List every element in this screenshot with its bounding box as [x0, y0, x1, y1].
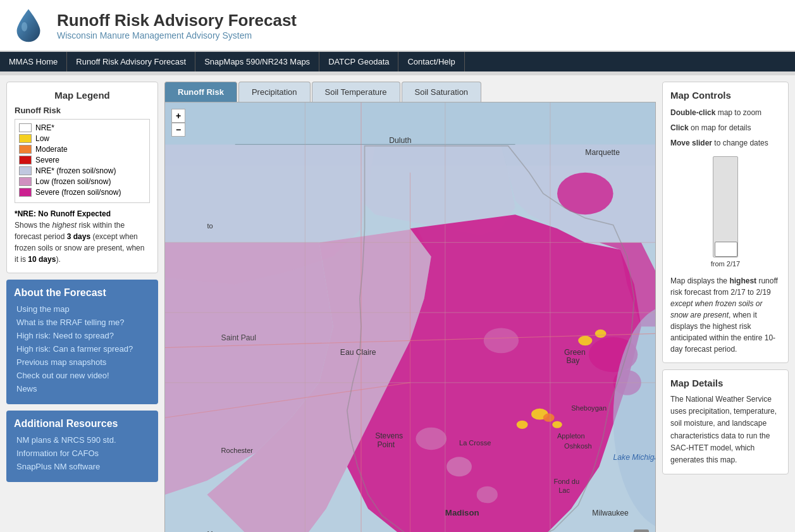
- nav-datcp[interactable]: DATCP Geodata: [319, 52, 398, 71]
- resources-box: Additional Resources NM plans & NRCS 590…: [6, 411, 158, 482]
- legend-color-severe-frozen: [19, 188, 32, 197]
- center-area: Runoff Risk Precipitation Soil Temperatu…: [164, 82, 656, 532]
- svg-point-18: [595, 330, 607, 338]
- tab-precipitation[interactable]: Precipitation: [238, 82, 311, 102]
- zoom-in-button[interactable]: +: [171, 109, 185, 123]
- map-details-text: The National Weather Service uses precip…: [670, 393, 780, 466]
- svg-text:Rochester: Rochester: [221, 447, 254, 454]
- left-sidebar: Map Legend Runoff Risk NRE* Low Moderate: [6, 82, 158, 532]
- svg-point-21: [447, 457, 472, 476]
- legend-color-low-frozen: [19, 177, 32, 186]
- legend-label-nre: NRE*: [35, 123, 54, 132]
- about-link-snapshots[interactable]: Previous map snapshots: [14, 357, 151, 368]
- svg-point-22: [416, 428, 447, 450]
- svg-point-23: [477, 486, 498, 504]
- nav-runoff-risk[interactable]: Runoff Risk Advisory Forecast: [67, 52, 195, 71]
- nav-snapmaps[interactable]: SnapMaps 590/NR243 Maps: [195, 52, 319, 71]
- map-tabs: Runoff Risk Precipitation Soil Temperatu…: [164, 82, 656, 102]
- map-wrapper[interactable]: + −: [164, 102, 656, 532]
- map-svg: Duluth Marquette Saint Paul Eau Claire S…: [165, 102, 655, 532]
- page-subtitle: Wisconsin Manure Management Advisory Sys…: [57, 30, 297, 40]
- click-action: Click: [670, 123, 689, 132]
- map-info-button[interactable]: i: [634, 529, 649, 532]
- legend-item-nre: NRE*: [19, 123, 145, 132]
- svg-point-19: [543, 414, 555, 422]
- about-link-high-risk-spread[interactable]: High risk: Need to spread?: [14, 330, 151, 341]
- resources-title: Additional Resources: [14, 418, 151, 430]
- legend-color-nre-frozen: [19, 166, 32, 175]
- legend-item-severe-frozen: Severe (frozen soil/snow): [19, 188, 145, 197]
- svg-text:Madison: Madison: [445, 508, 479, 517]
- nre-em: highest: [52, 221, 77, 230]
- map-details-box: Map Details The National Weather Service…: [662, 369, 789, 474]
- nre-note: *NRE: No Runoff Expected Shows the highe…: [15, 208, 150, 265]
- about-link-using-map[interactable]: Using the map: [14, 304, 151, 314]
- date-highest: highest: [729, 276, 756, 285]
- right-sidebar: Map Controls Double-click map to zoom Cl…: [662, 82, 789, 532]
- about-link-farmer-spread[interactable]: High risk: Can a farmer spread?: [14, 343, 151, 354]
- map-controls-title: Map Controls: [670, 90, 780, 101]
- map-controls-box: Map Controls Double-click map to zoom Cl…: [662, 82, 789, 363]
- legend-color-moderate: [19, 145, 32, 154]
- nav-mmas-home[interactable]: MMAS Home: [0, 52, 67, 71]
- svg-text:Fond du: Fond du: [553, 478, 579, 485]
- svg-text:Duluth: Duluth: [389, 136, 411, 145]
- svg-point-24: [484, 328, 519, 353]
- legend-item-moderate: Moderate: [19, 145, 145, 154]
- map-control-slider: Move slider to change dates: [670, 137, 780, 149]
- legend-items: NRE* Low Moderate Severe NRE* (frozen so…: [15, 119, 150, 203]
- svg-text:Appleton: Appleton: [557, 432, 585, 440]
- logo-icon: [13, 6, 44, 44]
- svg-text:to: to: [207, 222, 213, 230]
- svg-point-16: [552, 421, 562, 428]
- legend-label-low-frozen: Low (frozen soil/snow): [35, 177, 111, 186]
- map-control-click: Click on map for details: [670, 122, 780, 133]
- map-details-title: Map Details: [670, 378, 780, 388]
- svg-text:Bay: Bay: [566, 356, 580, 365]
- tab-soil-temperature[interactable]: Soil Temperature: [312, 82, 400, 102]
- svg-text:Saint Paul: Saint Paul: [221, 333, 256, 342]
- page-header: Runoff Risk Advisory Forecast Wisconsin …: [0, 0, 795, 52]
- resource-link-nm[interactable]: NM plans & NRCS 590 std.: [14, 435, 151, 445]
- nav-contact[interactable]: Contact/Help: [398, 52, 464, 71]
- date-except: except when frozen soils or snow are pre…: [670, 299, 762, 319]
- slider-track[interactable]: [713, 156, 738, 257]
- map-legend-box: Map Legend Runoff Risk NRE* Low Moderate: [6, 82, 158, 273]
- about-box: About the Forecast Using the map What is…: [6, 280, 158, 404]
- slider-thumb[interactable]: [715, 242, 737, 257]
- legend-item-severe: Severe: [19, 156, 145, 164]
- about-title: About the Forecast: [14, 287, 151, 299]
- legend-color-low: [19, 134, 32, 143]
- map-zoom-controls: + −: [171, 109, 185, 137]
- legend-item-low-frozen: Low (frozen soil/snow): [19, 177, 145, 186]
- about-link-news[interactable]: News: [14, 383, 151, 394]
- legend-item-low: Low: [19, 134, 145, 143]
- legend-label-moderate: Moderate: [35, 145, 68, 154]
- slider-label: from 2/17: [711, 260, 740, 268]
- navbar: MMAS Home Runoff Risk Advisory Forecast …: [0, 52, 795, 71]
- legend-section-title: Runoff Risk: [15, 106, 150, 115]
- about-link-rraf[interactable]: What is the RRAF telling me?: [14, 317, 151, 328]
- svg-text:Point: Point: [377, 440, 395, 449]
- svg-text:Milwaukee: Milwaukee: [592, 509, 629, 517]
- about-link-video[interactable]: Check out our new video!: [14, 370, 151, 381]
- legend-label-low: Low: [35, 134, 49, 143]
- svg-text:Green: Green: [564, 348, 586, 357]
- nre-10days: 10 days: [28, 255, 56, 264]
- legend-label-nre-frozen: NRE* (frozen soil/snow): [35, 166, 116, 175]
- header-title-block: Runoff Risk Advisory Forecast Wisconsin …: [57, 11, 297, 40]
- svg-text:Sheboygan: Sheboygan: [571, 404, 607, 412]
- resource-link-snapplus[interactable]: SnapPlus NM software: [14, 461, 151, 472]
- zoom-out-button[interactable]: −: [171, 123, 185, 137]
- svg-text:Lac: Lac: [558, 486, 570, 494]
- tab-soil-saturation[interactable]: Soil Saturation: [402, 82, 482, 102]
- map-control-zoom: Double-click map to zoom: [670, 107, 780, 118]
- date-display: Map displays the highest runoff risk for…: [670, 275, 780, 355]
- slider-action: Move slider: [670, 139, 712, 147]
- tab-runoff-risk[interactable]: Runoff Risk: [164, 82, 237, 102]
- zoom-action: Double-click: [670, 108, 715, 117]
- resource-link-cafo[interactable]: Information for CAFOs: [14, 448, 151, 459]
- legend-label-severe-frozen: Severe (frozen soil/snow): [35, 188, 121, 197]
- svg-text:Stevens: Stevens: [375, 431, 403, 440]
- page-title: Runoff Risk Advisory Forecast: [57, 11, 297, 30]
